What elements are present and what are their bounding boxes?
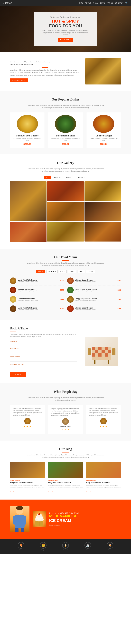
promo-cupcake-image — [33, 511, 46, 527]
menu-item-name-3: Claflouer With Cheese — [18, 298, 59, 300]
gallery-item-8[interactable] — [84, 222, 121, 242]
menu-filter-all[interactable]: ALL ITEM — [36, 270, 45, 273]
dish-image-2 — [55, 115, 76, 133]
menu-filter-party[interactable]: PARTY — [77, 270, 85, 273]
menu-item-img-2 — [10, 287, 16, 293]
gallery-item-6[interactable] — [10, 222, 47, 242]
footer-icon-1: 🍕 Pizza — [18, 542, 24, 551]
dish-card-2: Black Bean Fajitas Chicken meat which is… — [48, 112, 83, 148]
blog-read-more-3[interactable]: Read More → — [86, 491, 94, 493]
gallery-item-2[interactable] — [47, 182, 84, 201]
testimonial-card-2: The price of young peas is that which is… — [48, 404, 83, 434]
form-label-datetime: Select Date And Time — [10, 364, 77, 365]
menu-item-info-7: Crispy Fiery Pepper Chicken Categories: … — [75, 298, 116, 301]
testimonials-grid: The price of young peas is that which is… — [10, 404, 121, 434]
search-icon[interactable]: 🔍 — [125, 2, 128, 4]
about-title: Bismoh ensures healthy, environment. Mak… — [10, 61, 80, 66]
hero-description: Lorem ipsum dolor sit amet, consectetur … — [41, 30, 90, 36]
menu-item-name-4: Lamb Salad With Papaya — [18, 307, 59, 309]
nav-home[interactable]: Home — [78, 2, 83, 4]
gallery-section: Our Gallery Lorem ipsum dolor sit amet, … — [0, 154, 131, 249]
dish-price-2: $209.00 — [51, 143, 80, 145]
gallery-filter-desert[interactable]: DESERT — [52, 176, 63, 179]
menu-filters: ALL ITEM BREAKFAST LUNCH DINNER PARTY CO… — [10, 270, 121, 273]
footer-icon-5: 🍹 Drinks — [107, 542, 113, 551]
menu-filter-dinner[interactable]: DINNER — [68, 270, 76, 273]
menu-filter-lunch[interactable]: LUNCH — [59, 270, 67, 273]
form-input-name[interactable] — [10, 343, 77, 346]
gallery-item-7[interactable] — [47, 222, 84, 242]
gallery-item-3[interactable] — [84, 182, 121, 201]
gallery-item-4[interactable] — [47, 202, 84, 221]
menu-item-2: Ultimate Bacon Burger Categories: Subway… — [10, 286, 64, 295]
menu-divider — [62, 260, 69, 261]
form-input-email[interactable] — [10, 350, 77, 354]
blog-date-2: January 20, 2020 — [48, 480, 83, 481]
form-input-phone[interactable] — [10, 358, 77, 362]
about-discover-button[interactable]: DISCOVER MORE — [10, 78, 28, 82]
menu-item-img-8 — [67, 306, 74, 312]
menu-item-info-6: Black Bean & Veggie Fajitas Categories: … — [75, 288, 116, 292]
cupcake-illustration — [33, 511, 46, 527]
booking-title: Book A Table — [10, 326, 77, 330]
menu-item-img-3 — [10, 296, 16, 303]
testimonial-card-1: The price of young peas is that which is… — [10, 404, 45, 434]
dishes-grid: Claflouer With Cheese Chicken meat which… — [10, 112, 121, 148]
testimonials-title: What People Say — [10, 390, 121, 394]
svg-rect-10 — [94, 360, 95, 364]
svg-rect-2 — [98, 347, 101, 350]
about-text: Bismoh ensures healthy, environment. Mak… — [10, 61, 80, 82]
svg-rect-5 — [101, 350, 105, 353]
blog-section: Our Blog Lorem ipsum dolor sit amet, con… — [0, 440, 131, 500]
testimonial-stars-2: ★★★★★ — [51, 429, 80, 431]
hero-title-food: FOOD FOR YOU — [49, 23, 82, 28]
gallery-title: Our Gallery — [10, 161, 121, 165]
gallery-item-5[interactable] — [84, 202, 121, 221]
dish-card-3: Chicken Nugget Chicken meat which is bon… — [86, 112, 121, 148]
testimonial-avatar-1 — [24, 418, 31, 424]
menu-item-info-4: Lamb Salad With Papaya Categories: Subwa… — [18, 307, 59, 310]
menu-columns: Lamb Salad With Papaya Categories: Subwa… — [10, 276, 121, 314]
menu-col-right: Ultimate Bacon Burger Categories: Subway… — [67, 276, 121, 314]
menu-item-price-5: $201 — [117, 280, 121, 282]
gallery-divider — [62, 166, 69, 166]
hero-section: Welcome To Bismoh Restaurant HOT & SPICY… — [0, 6, 131, 52]
nav-contact[interactable]: Contact — [115, 2, 123, 4]
nav-blog[interactable]: Blog — [100, 2, 105, 4]
form-label-email: Email Address — [10, 348, 77, 350]
blog-desc-1: Lorem ipsum dolor sit amet, consectetur … — [10, 484, 45, 490]
gallery-item-1[interactable] — [10, 182, 47, 221]
hero-cta-button[interactable]: READ MORE — [58, 38, 73, 42]
gallery-filter-all[interactable]: ALL — [44, 176, 51, 179]
dish-visual-2 — [55, 115, 76, 133]
blog-read-more-1[interactable]: Read More → — [10, 491, 18, 493]
svg-rect-19 — [21, 528, 24, 532]
menu-item-8: Ultimate Bacon Burger Categories: Subway… — [67, 304, 121, 314]
dish-desc-2: Chicken meat which is boneless or fatten… — [51, 138, 80, 142]
dish-name-3: Chicken Nugget — [89, 134, 118, 137]
booking-image-visual — [85, 337, 118, 366]
menu-filter-breakfast[interactable]: BREAKFAST — [46, 270, 58, 273]
svg-rect-9 — [105, 353, 108, 356]
dish-image-3 — [93, 115, 114, 133]
dish-price-1: $209.00 — [13, 143, 42, 145]
about-divider — [42, 67, 48, 68]
svg-rect-11 — [108, 360, 109, 364]
gallery-filter-burger[interactable]: BURGER — [76, 176, 87, 179]
menu-item-cat-1: Categories: Subway, Primay, Italian — [18, 281, 59, 282]
blog-divider — [62, 452, 69, 452]
gallery-filter-coffee[interactable]: COFFEE — [64, 176, 75, 179]
booking-submit-button[interactable]: SUBMIT — [10, 372, 26, 377]
table-illustration — [87, 338, 116, 365]
person-illustration — [10, 506, 30, 532]
menu-filter-coffee[interactable]: COFFEE — [86, 270, 95, 273]
promo-website: bootsm...n.com — [49, 524, 121, 526]
nav-menu[interactable]: Menu — [93, 2, 98, 4]
dish-desc-1: Chicken meat which is boneless or fatten… — [13, 138, 42, 142]
dish-name-2: Black Bean Fajitas — [51, 134, 80, 137]
blog-read-more-2[interactable]: Read More → — [48, 491, 56, 493]
nav-about[interactable]: About — [85, 2, 91, 4]
nav-pages[interactable]: Pages — [107, 2, 113, 4]
blog-card-1: January 20, 2020 Blog Post Format Standa… — [10, 462, 45, 493]
form-input-datetime[interactable] — [10, 366, 77, 369]
